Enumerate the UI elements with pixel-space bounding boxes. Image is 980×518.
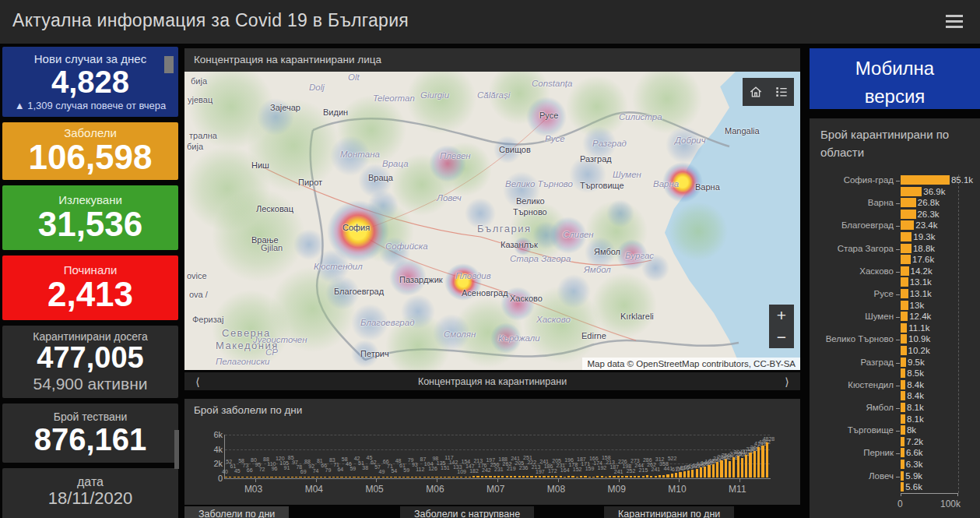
daily-bar [469,477,471,477]
region-bar [901,425,905,435]
x-axis-month-label: M09 [608,484,626,495]
daily-bar [229,477,231,477]
region-tick [896,431,900,432]
daily-bar [374,477,376,477]
region-bar-row: 5.6k [810,481,980,492]
daily-bar [386,477,388,477]
region-value-label: 8.4k [907,391,924,400]
region-value-label: 13k [910,301,925,310]
stat-card-new-cases: Нови случаи за днес 4,828 ▲ 1,309 случая… [2,47,178,117]
daily-bar [291,477,293,477]
region-value-label: 12.4k [909,312,931,321]
daily-bar-label: 197 [536,469,545,474]
daily-bar [543,476,545,477]
tab-daily-quarantined[interactable]: Карантинирани по дни [604,506,734,518]
daily-bar-label: 219 [507,466,516,471]
map-attribution: Map data © OpenStreetMap contributors, C… [582,358,800,370]
zoom-out-button[interactable]: − [769,326,794,348]
mobile-version-button[interactable]: Мобилна версия [810,48,980,109]
daily-bar [506,476,508,477]
daily-bar [655,476,657,477]
daily-bar [571,476,574,477]
x-axis-tick [497,479,498,482]
daily-bar-label: 40 [222,469,228,474]
y-gridline [225,435,770,435]
carousel-prev-icon[interactable]: ⟨ [184,375,211,388]
x-axis-tick [437,479,437,482]
tab-daily-cases[interactable]: Заболели по дни [184,506,289,518]
daily-bar-label: 66 [247,467,253,473]
x-axis-month-label: M03 [244,484,262,495]
region-tick [896,477,900,477]
region-bar [901,437,904,446]
zoom-in-button[interactable]: + [769,305,794,326]
region-label: Стара Загора [810,244,894,253]
daily-bar [481,476,483,477]
daily-bar [671,474,673,477]
region-label: Перник [810,448,894,457]
region-tick [896,226,900,227]
x-axis-month-label: M08 [547,484,565,495]
scrollbar-thumb[interactable] [164,56,174,73]
hamburger-menu-icon[interactable] [946,15,963,28]
region-bar-row: 13.1k [810,277,980,287]
daily-bar [320,477,322,477]
region-value-label: 6.6k [906,448,923,457]
daily-bar [262,477,265,477]
daily-bar-label: 159 [585,466,595,471]
region-bar [901,334,907,344]
region-value-label: 18.8k [913,244,935,253]
daily-bar [258,477,260,477]
daily-bar [472,476,475,477]
daily-bar [745,455,747,478]
daily-bar [357,477,360,477]
region-label: Варна [810,198,894,207]
daily-bar [712,464,715,477]
daily-bar-label: 59 [403,467,409,473]
x-axis-tick [739,479,740,482]
region-value-label: 23.4k [915,220,937,230]
daily-bar-label: 109 [457,469,466,474]
region-bar-row: 8.1k [810,414,980,425]
region-bar-row: Кюстендил8.4k [810,379,980,390]
daily-bar [646,475,648,477]
map-canvas[interactable]: бијаујевацЗајечарВидинтралнабијаDoljOltT… [184,72,800,370]
home-icon[interactable] [743,78,768,106]
daily-bar [696,469,698,477]
legend-icon[interactable] [768,78,794,106]
region-value-label: 14.2k [911,266,933,276]
daily-bar-label: 522 [668,456,677,461]
region-tick [896,181,900,181]
daily-bar-label: 252 [627,468,636,474]
region-bar [901,471,904,481]
tab-cumulative-cases[interactable]: Заболели с натрупване [400,506,534,518]
x-axis-month-label: M04 [305,484,323,495]
stat-value: 2,413 [47,277,133,312]
region-bar-row: 36.9k [810,186,980,197]
stat-value: 106,598 [28,139,152,175]
x-axis-tick [558,479,559,482]
region-label: Разград [810,358,894,367]
daily-bar-label: 38 [362,465,368,470]
carousel-next-icon[interactable]: ⟩ [774,375,800,388]
daily-bar [720,460,722,477]
daily-bar [270,477,272,477]
region-value-label: 9.5k [908,358,925,367]
region-value-label: 8.1k [907,414,924,424]
daily-bar-label: 79 [325,467,332,473]
daily-bar [518,476,521,477]
daily-bar [250,477,252,477]
region-label: Ловеч [810,471,894,481]
stat-card-recovered: Излекувани 31,536 [2,185,178,250]
scrollbar-thumb[interactable] [174,430,179,469]
daily-bar [485,476,487,477]
region-value-label: 5.6k [905,482,922,492]
stat-card-date: дата 18/11/2020 [2,468,178,518]
daily-bar [683,471,686,477]
daily-bar [753,451,756,477]
daily-bar [609,476,611,477]
y-axis-tick-label: 6k [213,430,223,439]
daily-bar [402,477,405,477]
map-panel: Концентрация на карантинирани лица бијау… [184,48,800,370]
daily-bar [456,477,458,477]
